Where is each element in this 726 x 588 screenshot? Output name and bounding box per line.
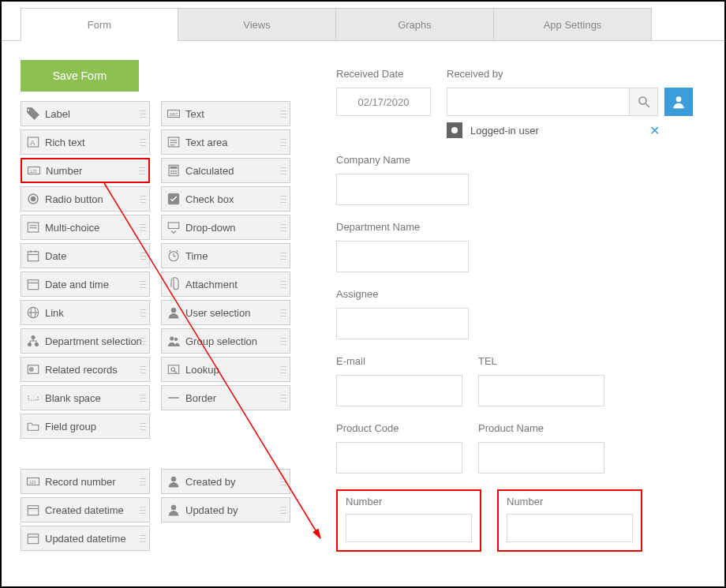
department-name-label: Department Name [336,221,693,233]
number-field-input[interactable] [507,514,633,542]
fieldtype-label-text: Check box [185,193,234,205]
org-icon [26,334,40,348]
fieldtype-richtext[interactable]: A Rich text [21,129,150,155]
drag-grip [280,272,286,296]
fieldtype-textarea[interactable]: Text area [161,129,290,155]
tab-form[interactable]: Form [21,8,178,41]
fieldtype-label-text: Date and time [45,279,109,290]
drag-grip [140,470,146,493]
email-label: E-mail [336,355,462,367]
fieldtype-createddatetime[interactable]: Created datetime [21,497,150,522]
fieldtype-userselect[interactable]: User selection [161,300,290,325]
svg-rect-21 [28,223,39,232]
field-palette-panel: Save Form Label ABC Text A Rich text T [21,41,290,552]
user-icon [671,94,687,110]
product-code-input[interactable] [336,442,462,474]
calendar-icon [26,531,40,545]
svg-rect-56 [28,534,39,544]
calendar-icon [26,503,40,517]
fieldtype-text[interactable]: ABC Text [161,101,290,126]
checkbox-icon [167,192,181,206]
drag-grip [140,102,146,125]
email-input[interactable] [336,375,462,406]
group-icon [167,334,181,348]
fieldtype-dropdown[interactable]: Drop-down [161,215,290,240]
number-field-input[interactable] [346,514,472,542]
product-name-input[interactable] [478,442,604,474]
fieldtype-datetime[interactable]: Date and time [21,272,150,297]
received-date-input[interactable] [336,88,431,116]
drag-grip [280,130,286,154]
tab-views[interactable]: Views [178,8,336,41]
drag-grip [280,159,286,182]
fieldtype-checkbox[interactable]: Check box [161,186,290,212]
fieldtype-label-text: Record number [45,476,116,488]
remove-chip-button[interactable]: ✕ [649,123,660,138]
svg-text:ABC: ABC [170,112,178,117]
fieldtype-label[interactable]: Label [21,101,150,126]
number-icon: 123 [26,474,40,489]
tab-graphs[interactable]: Graphs [336,8,494,41]
abc-icon: ABC [167,107,181,121]
fieldtype-groupselect[interactable]: Group selection [161,328,290,354]
company-name-label: Company Name [336,154,693,166]
svg-point-42 [174,338,178,341]
drag-grip [140,272,146,296]
calendar-icon [26,249,40,263]
svg-point-19 [31,197,36,201]
fieldtype-label-text: Date [45,250,66,262]
user-picker-button[interactable] [664,88,693,116]
product-code-label: Product Code [336,422,462,434]
fieldtype-label-text: Radio button [45,193,103,205]
fieldtype-radio[interactable]: Radio button [21,186,150,212]
fieldtype-updatedby[interactable]: Updated by [161,497,290,522]
svg-rect-53 [28,506,39,515]
save-form-button[interactable]: Save Form [21,60,139,92]
fieldtype-deptselect[interactable]: Department selection [21,328,150,354]
fieldtype-fieldgroup[interactable]: Field group [21,414,150,439]
svg-point-60 [676,96,682,102]
fieldtype-label-text: Number [46,165,82,177]
number-field-dropped-2[interactable]: Number [497,489,642,552]
fieldtype-blankspace[interactable]: Blank space [21,385,150,410]
fieldtype-attachment[interactable]: Attachment [161,272,290,297]
fieldtype-createdby[interactable]: Created by [161,469,290,494]
drag-grip [140,187,146,211]
fieldtype-number[interactable]: 123 Number [21,158,150,183]
fieldtype-time[interactable]: Time [161,243,290,268]
svg-point-14 [175,170,177,172]
number-field-dropped-1[interactable]: Number [336,489,481,552]
svg-point-16 [173,173,174,174]
fieldtype-label-text: Updated datetime [45,533,126,545]
company-name-input[interactable] [336,174,469,205]
lookup-icon [167,362,181,376]
drag-grip [140,329,146,353]
fieldtype-label-text: Multi-choice [45,222,99,234]
fieldtype-label-text: Text area [185,137,227,148]
department-name-input[interactable] [336,241,469,272]
drag-grip [140,244,146,268]
user-icon [167,503,181,517]
assignee-input[interactable] [336,308,469,339]
tel-input[interactable] [478,375,604,406]
svg-point-41 [170,337,174,341]
fieldtype-updateddatetime[interactable]: Updated datetime [21,526,150,551]
richtext-icon: A [26,135,40,149]
number-field-label: Number [346,496,472,507]
svg-point-52 [171,477,176,481]
fieldtype-related[interactable]: Related records [21,357,150,382]
fieldtype-lookup[interactable]: Lookup [161,357,290,382]
fieldtype-recordnumber[interactable]: 123 Record number [21,469,150,494]
search-button[interactable] [630,88,658,116]
fieldtype-border[interactable]: Border [161,385,290,410]
fieldtype-date[interactable]: Date [21,243,150,268]
globe-icon [26,305,40,320]
received-by-input[interactable] [447,88,630,116]
drag-grip [140,386,146,410]
fieldtype-link[interactable]: Link [21,300,150,325]
fieldtype-label-text: Group selection [185,335,257,347]
fieldtype-calculated[interactable]: Calculated [161,158,290,183]
list-icon [26,220,40,234]
tab-app-settings[interactable]: App Settings [494,8,652,41]
fieldtype-multichoice[interactable]: Multi-choice [21,215,150,240]
